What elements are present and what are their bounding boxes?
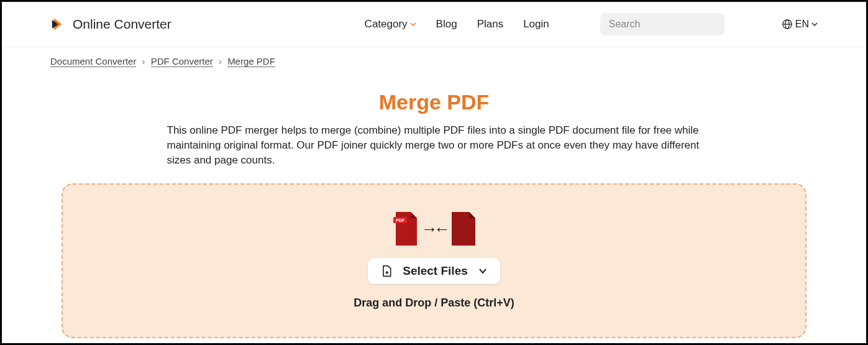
drag-drop-hint: Drag and Drop / Paste (Ctrl+V) [75,297,793,310]
select-files-label: Select Files [403,264,468,278]
nav-blog-label: Blog [436,18,457,30]
chevron-down-icon[interactable] [478,266,488,276]
select-files-button[interactable]: Select Files [368,258,500,284]
breadcrumb-level3[interactable]: Merge PDF [227,56,275,67]
brand-text: Online Converter [73,17,171,32]
breadcrumb-level2[interactable]: PDF Converter [151,56,213,67]
brand-logo[interactable]: Online Converter [50,16,171,33]
language-selector[interactable]: EN [782,19,818,30]
nav-plans[interactable]: Plans [477,18,504,30]
breadcrumb: Document Converter › PDF Converter › Mer… [2,47,866,75]
globe-icon [782,19,793,30]
nav-login[interactable]: Login [523,18,549,30]
search-box[interactable] [600,13,724,35]
breadcrumb-level1[interactable]: Document Converter [50,56,136,67]
nav-category-label: Category [365,18,408,30]
language-label: EN [795,19,809,30]
page-description: This online PDF merger helps to merge (c… [155,123,714,167]
dropzone-container: PDF →← Select Files Drag and Drop [2,167,866,338]
dropzone[interactable]: PDF →← Select Files Drag and Drop [62,183,806,338]
chevron-right-icon: › [219,56,222,67]
chevron-down-icon [811,21,818,27]
file-plus-icon [380,265,393,277]
search-input[interactable] [609,19,733,30]
merge-arrows-icon: →← [422,219,447,239]
merge-illustration: PDF →← [393,212,475,246]
nav-login-label: Login [523,18,549,30]
nav: Category Blog Plans Login [365,13,818,35]
logo-icon [50,16,68,33]
pdf-file-icon [452,212,475,246]
pdf-file-icon: PDF [393,212,417,246]
svg-text:PDF: PDF [396,218,405,223]
nav-plans-label: Plans [477,18,504,30]
header: Online Converter Category Blog Plans Log… [2,2,866,47]
nav-category[interactable]: Category [365,18,416,30]
nav-blog[interactable]: Blog [436,18,457,30]
page-title: Merge PDF [2,90,866,114]
chevron-down-icon [410,21,416,27]
chevron-right-icon: › [142,56,145,67]
